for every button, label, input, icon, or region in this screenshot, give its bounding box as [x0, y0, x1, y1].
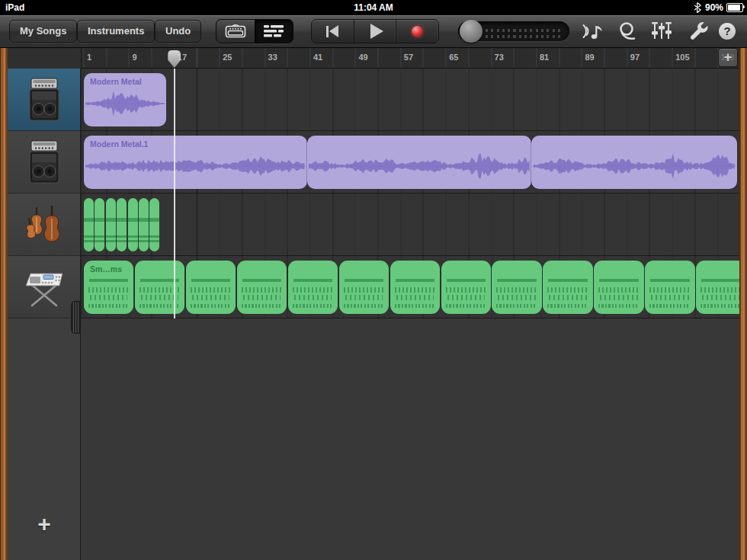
midi-region-pill[interactable]: [95, 198, 104, 251]
drum-region[interactable]: [696, 261, 739, 314]
help-button[interactable]: ?: [713, 21, 741, 42]
amp-icon: [224, 23, 247, 40]
track-header-column: [8, 69, 81, 560]
master-volume-slider[interactable]: [458, 20, 569, 43]
drum-region[interactable]: [237, 261, 287, 314]
my-songs-button[interactable]: My Songs: [9, 20, 77, 43]
ruler-bar-number: 81: [540, 53, 549, 62]
track-controls-grip[interactable]: [71, 301, 81, 334]
ruler-bar-number: 41: [313, 53, 322, 62]
add-track-button[interactable]: +: [26, 509, 63, 539]
record-button[interactable]: [396, 20, 438, 43]
guitar-amp-icon: [24, 76, 65, 123]
playhead-line: [174, 69, 175, 318]
ruler-bar-number: 9: [132, 53, 136, 62]
instrument-fx-button[interactable]: [579, 21, 606, 42]
ruler-bar-number: 33: [268, 53, 277, 62]
ruler-bar-number: 25: [223, 53, 232, 62]
ruler-bar-number: 49: [358, 53, 367, 62]
audio-region[interactable]: [307, 136, 531, 189]
tracks-view-button[interactable]: [255, 20, 293, 43]
instrument-view-button[interactable]: [216, 20, 255, 43]
mixer-button[interactable]: [648, 21, 675, 42]
drum-region[interactable]: [186, 261, 236, 314]
drum-region[interactable]: [288, 261, 338, 314]
track-header-strings-3[interactable]: [8, 194, 80, 256]
battery-percent: 90%: [705, 2, 723, 13]
transport-controls: [311, 19, 439, 43]
audio-region[interactable]: [531, 136, 737, 189]
ruler-bar-number: 65: [449, 53, 458, 62]
midi-region-pill[interactable]: [149, 198, 159, 251]
track-header-guitar-amp-2[interactable]: [8, 131, 80, 194]
midi-region-pill[interactable]: [128, 198, 138, 251]
track-lane-3[interactable]: [81, 194, 739, 256]
track-lane-1[interactable]: Modern Metal: [81, 69, 739, 131]
lasso-icon: [616, 21, 639, 42]
status-bar: iPad 11:04 AM 90%: [0, 0, 747, 15]
region-label: Sm…ms: [90, 264, 122, 274]
ruler-corner: [8, 47, 82, 69]
drum-region[interactable]: [135, 261, 184, 314]
playhead-marker[interactable]: [168, 50, 181, 68]
add-bars-button[interactable]: +: [719, 49, 737, 66]
audio-waveform: [85, 146, 306, 186]
track-lanes[interactable]: Modern Metal Modern Metal.1 Sm…ms: [81, 69, 739, 318]
undo-button[interactable]: Undo: [155, 20, 201, 43]
drum-region[interactable]: [543, 261, 592, 314]
smart-drums-icon: [23, 264, 66, 310]
instruments-button[interactable]: Instruments: [77, 20, 155, 43]
play-button[interactable]: [354, 20, 396, 43]
bluetooth-icon: [693, 2, 702, 14]
mixer-icon: [650, 21, 673, 41]
midi-region-pill[interactable]: [106, 198, 116, 251]
drum-region[interactable]: [441, 261, 491, 314]
drum-region[interactable]: Sm…ms: [84, 261, 133, 314]
loop-browser-button[interactable]: [614, 21, 641, 42]
ruler-bar-number: 89: [585, 53, 594, 62]
garageband-screen: iPad 11:04 AM 90% My Songs Instruments U…: [0, 0, 747, 560]
ruler-bar-number: 97: [630, 53, 640, 62]
note-waves-icon: [580, 21, 604, 42]
audio-region[interactable]: Modern Metal: [84, 73, 166, 126]
song-settings-button[interactable]: [684, 21, 712, 42]
track-header-smart-drums-4[interactable]: [8, 256, 80, 318]
track-header-guitar-amp-1[interactable]: [8, 69, 80, 131]
midi-region-pill[interactable]: [139, 198, 149, 251]
audio-waveform: [533, 146, 736, 186]
drum-region[interactable]: [645, 261, 694, 314]
battery-icon: [726, 3, 743, 12]
play-icon: [370, 24, 383, 39]
view-toggle: [216, 19, 293, 43]
wood-trim-left: [0, 47, 8, 560]
region-label: Modern Metal.1: [90, 139, 148, 149]
track-lane-2[interactable]: Modern Metal.1: [81, 131, 739, 194]
midi-region-pill[interactable]: [117, 198, 127, 251]
drum-region[interactable]: [339, 261, 389, 314]
tracks-icon: [262, 23, 285, 40]
drum-region[interactable]: [390, 261, 440, 314]
track-lane-4[interactable]: Sm…ms: [81, 256, 739, 318]
audio-region[interactable]: Modern Metal.1: [84, 136, 307, 189]
midi-region-pill[interactable]: [84, 198, 94, 251]
ruler-bar-number: 1: [87, 53, 91, 62]
ruler-bar-number: 57: [404, 53, 413, 62]
drum-region[interactable]: [594, 261, 643, 314]
guitar-amp-icon: [24, 139, 65, 186]
rewind-icon: [326, 25, 338, 37]
strings-icon: [23, 202, 66, 248]
bar-ruler[interactable]: + 191725334149576573818997105113: [8, 47, 739, 69]
drum-region[interactable]: [492, 261, 541, 314]
audio-waveform: [309, 146, 530, 186]
record-icon: [412, 26, 423, 37]
arrangement-area: + 191725334149576573818997105113: [0, 47, 747, 560]
wood-trim-right: [739, 47, 747, 560]
wrench-icon: [687, 20, 710, 43]
ruler-bar-number: 105: [675, 53, 689, 62]
region-label: Modern Metal: [90, 77, 142, 86]
help-icon: ?: [719, 23, 736, 40]
audio-waveform: [85, 84, 165, 123]
ruler-bar-number: 73: [495, 53, 504, 62]
rewind-button[interactable]: [312, 20, 354, 43]
volume-knob[interactable]: [460, 20, 483, 43]
